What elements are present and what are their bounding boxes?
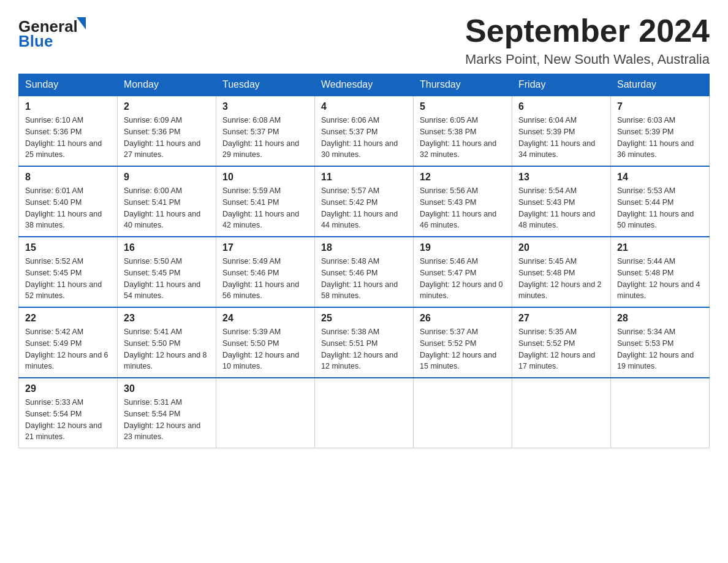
day-info: Sunrise: 5:34 AMSunset: 5:53 PMDaylight:…	[617, 326, 703, 372]
calendar-cell: 25Sunrise: 5:38 AMSunset: 5:51 PMDayligh…	[315, 307, 414, 378]
day-info: Sunrise: 5:54 AMSunset: 5:43 PMDaylight:…	[518, 185, 604, 231]
day-number: 2	[124, 101, 210, 112]
location-title: Marks Point, New South Wales, Australia	[465, 52, 710, 67]
day-number: 1	[25, 101, 111, 112]
calendar-week-row: 22Sunrise: 5:42 AMSunset: 5:49 PMDayligh…	[19, 307, 710, 378]
logo: General Blue	[18, 12, 98, 49]
calendar-cell: 5Sunrise: 6:05 AMSunset: 5:38 PMDaylight…	[414, 96, 512, 166]
day-info: Sunrise: 5:59 AMSunset: 5:41 PMDaylight:…	[222, 185, 308, 231]
day-number: 23	[124, 313, 210, 324]
calendar-cell: 8Sunrise: 6:01 AMSunset: 5:40 PMDaylight…	[19, 166, 118, 237]
weekday-header-row: SundayMondayTuesdayWednesdayThursdayFrid…	[19, 74, 710, 96]
calendar-cell	[315, 378, 414, 448]
calendar-cell: 20Sunrise: 5:45 AMSunset: 5:48 PMDayligh…	[512, 237, 611, 307]
calendar-cell: 3Sunrise: 6:08 AMSunset: 5:37 PMDaylight…	[216, 96, 315, 166]
calendar-cell: 24Sunrise: 5:39 AMSunset: 5:50 PMDayligh…	[216, 307, 315, 378]
day-number: 28	[617, 313, 703, 324]
calendar-cell: 19Sunrise: 5:46 AMSunset: 5:47 PMDayligh…	[414, 237, 512, 307]
day-info: Sunrise: 5:44 AMSunset: 5:48 PMDaylight:…	[617, 256, 703, 302]
calendar-cell	[512, 378, 611, 448]
day-info: Sunrise: 6:01 AMSunset: 5:40 PMDaylight:…	[25, 185, 111, 231]
day-number: 3	[222, 101, 308, 112]
weekday-header-saturday: Saturday	[611, 74, 710, 96]
calendar-cell: 4Sunrise: 6:06 AMSunset: 5:37 PMDaylight…	[315, 96, 414, 166]
calendar-cell: 26Sunrise: 5:37 AMSunset: 5:52 PMDayligh…	[414, 307, 512, 378]
calendar-cell: 16Sunrise: 5:50 AMSunset: 5:45 PMDayligh…	[118, 237, 216, 307]
day-info: Sunrise: 5:50 AMSunset: 5:45 PMDaylight:…	[124, 256, 210, 302]
day-info: Sunrise: 5:42 AMSunset: 5:49 PMDaylight:…	[25, 326, 111, 372]
day-number: 11	[321, 172, 407, 183]
day-info: Sunrise: 5:38 AMSunset: 5:51 PMDaylight:…	[321, 326, 407, 372]
calendar-week-row: 8Sunrise: 6:01 AMSunset: 5:40 PMDaylight…	[19, 166, 710, 237]
day-info: Sunrise: 5:56 AMSunset: 5:43 PMDaylight:…	[420, 185, 506, 231]
day-info: Sunrise: 6:03 AMSunset: 5:39 PMDaylight:…	[617, 115, 703, 161]
day-number: 7	[617, 101, 703, 112]
day-number: 27	[518, 313, 604, 324]
day-number: 19	[420, 242, 506, 253]
calendar-cell: 28Sunrise: 5:34 AMSunset: 5:53 PMDayligh…	[611, 307, 710, 378]
title-area: September 2024 Marks Point, New South Wa…	[465, 12, 710, 67]
logo-svg: General Blue	[18, 12, 98, 49]
day-number: 14	[617, 172, 703, 183]
day-info: Sunrise: 5:41 AMSunset: 5:50 PMDaylight:…	[124, 326, 210, 372]
day-info: Sunrise: 6:09 AMSunset: 5:36 PMDaylight:…	[124, 115, 210, 161]
weekday-header-monday: Monday	[118, 74, 216, 96]
day-number: 24	[222, 313, 308, 324]
month-title: September 2024	[465, 12, 710, 49]
day-info: Sunrise: 6:04 AMSunset: 5:39 PMDaylight:…	[518, 115, 604, 161]
day-number: 29	[25, 383, 111, 394]
day-number: 25	[321, 313, 407, 324]
calendar-cell: 21Sunrise: 5:44 AMSunset: 5:48 PMDayligh…	[611, 237, 710, 307]
calendar-cell: 12Sunrise: 5:56 AMSunset: 5:43 PMDayligh…	[414, 166, 512, 237]
day-info: Sunrise: 5:46 AMSunset: 5:47 PMDaylight:…	[420, 256, 506, 302]
day-number: 22	[25, 313, 111, 324]
page-header: General Blue September 2024 Marks Point,…	[18, 12, 710, 67]
calendar-cell: 2Sunrise: 6:09 AMSunset: 5:36 PMDaylight…	[118, 96, 216, 166]
svg-marker-1	[77, 17, 86, 29]
calendar-cell: 14Sunrise: 5:53 AMSunset: 5:44 PMDayligh…	[611, 166, 710, 237]
calendar-cell: 29Sunrise: 5:33 AMSunset: 5:54 PMDayligh…	[19, 378, 118, 448]
day-info: Sunrise: 5:33 AMSunset: 5:54 PMDaylight:…	[25, 397, 111, 443]
day-number: 10	[222, 172, 308, 183]
day-info: Sunrise: 5:31 AMSunset: 5:54 PMDaylight:…	[124, 397, 210, 443]
day-number: 6	[518, 101, 604, 112]
day-number: 12	[420, 172, 506, 183]
weekday-header-tuesday: Tuesday	[216, 74, 315, 96]
day-info: Sunrise: 5:48 AMSunset: 5:46 PMDaylight:…	[321, 256, 407, 302]
day-number: 26	[420, 313, 506, 324]
calendar-cell: 15Sunrise: 5:52 AMSunset: 5:45 PMDayligh…	[19, 237, 118, 307]
calendar-cell: 9Sunrise: 6:00 AMSunset: 5:41 PMDaylight…	[118, 166, 216, 237]
calendar-cell	[414, 378, 512, 448]
weekday-header-sunday: Sunday	[19, 74, 118, 96]
day-number: 9	[124, 172, 210, 183]
calendar-cell: 18Sunrise: 5:48 AMSunset: 5:46 PMDayligh…	[315, 237, 414, 307]
day-number: 15	[25, 242, 111, 253]
day-number: 16	[124, 242, 210, 253]
weekday-header-thursday: Thursday	[414, 74, 512, 96]
weekday-header-wednesday: Wednesday	[315, 74, 414, 96]
calendar-cell: 1Sunrise: 6:10 AMSunset: 5:36 PMDaylight…	[19, 96, 118, 166]
day-number: 13	[518, 172, 604, 183]
day-info: Sunrise: 5:39 AMSunset: 5:50 PMDaylight:…	[222, 326, 308, 372]
day-info: Sunrise: 5:52 AMSunset: 5:45 PMDaylight:…	[25, 256, 111, 302]
day-number: 30	[124, 383, 210, 394]
day-info: Sunrise: 6:08 AMSunset: 5:37 PMDaylight:…	[222, 115, 308, 161]
day-number: 17	[222, 242, 308, 253]
day-info: Sunrise: 6:06 AMSunset: 5:37 PMDaylight:…	[321, 115, 407, 161]
day-number: 8	[25, 172, 111, 183]
day-info: Sunrise: 6:05 AMSunset: 5:38 PMDaylight:…	[420, 115, 506, 161]
calendar-cell: 30Sunrise: 5:31 AMSunset: 5:54 PMDayligh…	[118, 378, 216, 448]
day-number: 21	[617, 242, 703, 253]
calendar-cell: 27Sunrise: 5:35 AMSunset: 5:52 PMDayligh…	[512, 307, 611, 378]
weekday-header-friday: Friday	[512, 74, 611, 96]
day-info: Sunrise: 5:57 AMSunset: 5:42 PMDaylight:…	[321, 185, 407, 231]
day-info: Sunrise: 5:53 AMSunset: 5:44 PMDaylight:…	[617, 185, 703, 231]
calendar-cell	[611, 378, 710, 448]
calendar-cell: 23Sunrise: 5:41 AMSunset: 5:50 PMDayligh…	[118, 307, 216, 378]
calendar-cell: 22Sunrise: 5:42 AMSunset: 5:49 PMDayligh…	[19, 307, 118, 378]
calendar-week-row: 15Sunrise: 5:52 AMSunset: 5:45 PMDayligh…	[19, 237, 710, 307]
day-info: Sunrise: 5:49 AMSunset: 5:46 PMDaylight:…	[222, 256, 308, 302]
calendar-cell	[216, 378, 315, 448]
day-number: 5	[420, 101, 506, 112]
calendar-cell: 11Sunrise: 5:57 AMSunset: 5:42 PMDayligh…	[315, 166, 414, 237]
